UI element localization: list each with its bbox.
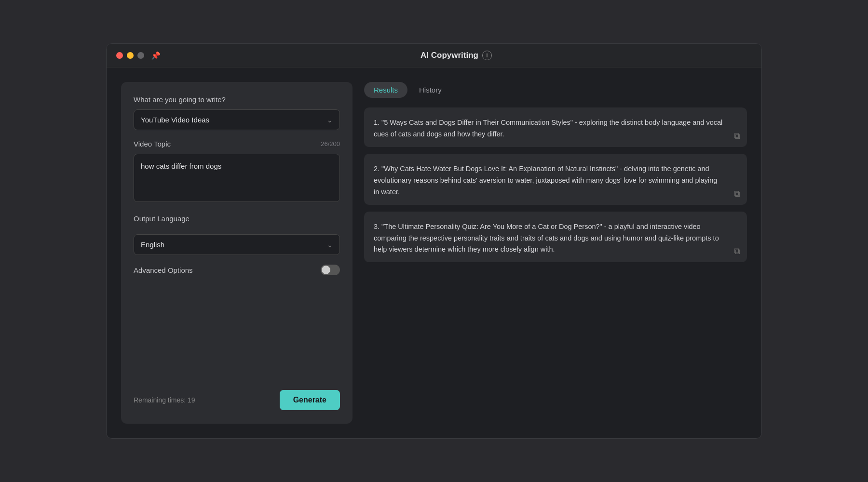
- info-icon[interactable]: i: [482, 51, 492, 60]
- tabs-row: Results History: [364, 82, 747, 98]
- app-window: 📌 AI Copywriting i What are you going to…: [106, 43, 762, 439]
- video-topic-label: Video Topic: [134, 140, 171, 148]
- traffic-lights: 📌: [116, 51, 161, 60]
- remaining-times: Remaining times: 19: [134, 396, 195, 404]
- video-topic-wrapper: [134, 154, 340, 204]
- result-text-2: 2. "Why Cats Hate Water But Dogs Love It…: [374, 163, 737, 198]
- fullscreen-button[interactable]: [137, 52, 144, 59]
- chevron-down-icon: ⌄: [327, 116, 333, 124]
- advanced-options-row: Advanced Options: [134, 265, 340, 275]
- results-list: 1. "5 Ways Cats and Dogs Differ in Their…: [364, 107, 747, 424]
- tab-history[interactable]: History: [409, 82, 451, 98]
- advanced-options-toggle[interactable]: [321, 265, 340, 275]
- write-type-value: YouTube Video Ideas: [141, 116, 209, 124]
- generate-button[interactable]: Generate: [280, 390, 340, 410]
- output-language-section: Output Language: [134, 214, 340, 228]
- write-type-label: What are you going to write?: [134, 95, 340, 104]
- result-card-3: 3. "The Ultimate Personality Quiz: Are Y…: [364, 212, 747, 263]
- advanced-options-label: Advanced Options: [134, 266, 193, 274]
- write-type-dropdown[interactable]: YouTube Video Ideas ⌄: [134, 109, 340, 130]
- title-bar: 📌 AI Copywriting i: [107, 44, 761, 67]
- result-text-3: 3. "The Ultimate Personality Quiz: Are Y…: [374, 221, 737, 256]
- pin-icon[interactable]: 📌: [151, 51, 161, 60]
- main-content: What are you going to write? YouTube Vid…: [107, 67, 761, 438]
- close-button[interactable]: [116, 52, 123, 59]
- copy-icon-3[interactable]: ⧉: [734, 246, 740, 256]
- copy-icon-1[interactable]: ⧉: [734, 131, 740, 141]
- app-title: AI Copywriting: [420, 51, 478, 60]
- result-text-1: 1. "5 Ways Cats and Dogs Differ in Their…: [374, 117, 737, 140]
- language-value: English: [141, 241, 164, 249]
- video-topic-header: Video Topic 26/200: [134, 140, 340, 148]
- result-card-2: 2. "Why Cats Hate Water But Dogs Love It…: [364, 154, 747, 205]
- result-card-1: 1. "5 Ways Cats and Dogs Differ in Their…: [364, 107, 747, 147]
- title-center: AI Copywriting i: [161, 51, 752, 60]
- video-topic-input[interactable]: [134, 154, 340, 202]
- language-dropdown[interactable]: English ⌄: [134, 234, 340, 255]
- bottom-row: Remaining times: 19 Generate: [134, 380, 340, 410]
- right-panel: Results History 1. "5 Ways Cats and Dogs…: [364, 82, 747, 424]
- chevron-down-icon: ⌄: [327, 241, 333, 249]
- minimize-button[interactable]: [127, 52, 134, 59]
- tab-results[interactable]: Results: [364, 82, 407, 98]
- char-count: 26/200: [321, 140, 340, 147]
- copy-icon-2[interactable]: ⧉: [734, 189, 740, 199]
- output-language-label: Output Language: [134, 214, 340, 223]
- toggle-knob: [322, 266, 330, 274]
- left-panel: What are you going to write? YouTube Vid…: [121, 82, 353, 424]
